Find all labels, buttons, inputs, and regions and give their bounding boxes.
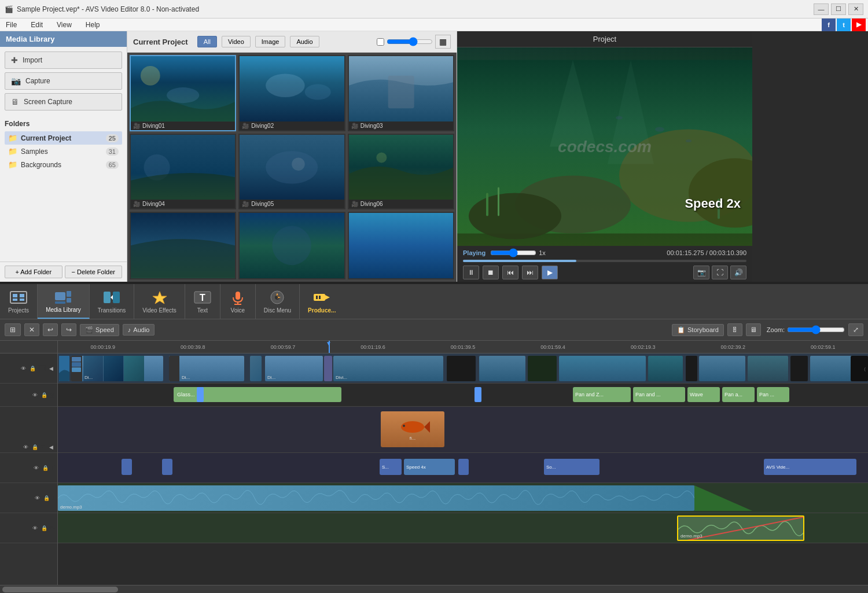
media-thumb-diving04[interactable]: 🎥 Diving04 [130,134,236,210]
effect-marker-2[interactable] [475,387,481,402]
audio-settings-button[interactable]: 🎚 [727,323,742,336]
media-thumb-diving08[interactable] [238,212,345,279]
add-folder-button[interactable]: + Add Folder [5,266,62,278]
display-button[interactable]: 🖥 [746,323,761,336]
effect-pan[interactable]: Pan and ... [633,387,685,402]
redo-button[interactable]: ↪ [61,323,76,336]
effect-wave[interactable]: Wave [687,387,720,402]
effect-pan-z[interactable]: Pan and Z... [573,387,631,402]
audio-button[interactable]: ♪ Audio [123,324,155,336]
media-thumb-diving02[interactable]: 🎥 Diving02 [238,55,345,131]
clip-black-3[interactable] [686,356,697,381]
audio2-clip-demo[interactable]: demo.mp3 [677,515,804,541]
effect-pan-a[interactable]: Pan a... [722,387,755,402]
tool-projects[interactable]: Projects [0,284,38,319]
storyboard-button[interactable]: 📋 Storyboard [672,324,724,336]
text-clip-small-3[interactable] [458,459,469,475]
clip-video-7[interactable] [648,356,683,381]
eye-icon-overlay[interactable]: 👁 [21,443,30,451]
speed-button[interactable]: 🎬 Speed [80,324,119,336]
tool-disc-menu[interactable]: Disc Menu [256,284,300,319]
eye-icon-video[interactable]: 👁 [19,364,27,373]
vol-icon-overlay[interactable]: ◀ [47,443,55,451]
effect-pan-2[interactable]: Pan ... [757,387,789,402]
clip-video-6[interactable] [559,356,646,381]
menu-edit[interactable]: Edit [27,20,46,30]
capture-button[interactable]: 📷 Capture [5,72,122,90]
undo-button[interactable]: ↩ [43,323,58,336]
clip-black-1[interactable] [447,356,476,381]
tool-produce[interactable]: Produce... [300,284,344,319]
filter-all-button[interactable]: All [197,36,217,47]
clip-video-divi[interactable]: Divi... [333,356,443,381]
eye-icon-effects[interactable]: 👁 [31,391,39,399]
tool-text[interactable]: T Text [185,284,220,319]
folder-current-project[interactable]: 📁 Current Project 25 [5,131,122,145]
facebook-icon[interactable]: f [822,19,836,31]
clip-black-5[interactable]: ( [851,356,868,381]
clip-video-5[interactable] [479,356,525,381]
clip-black-2[interactable] [528,356,557,381]
clip-video-3[interactable]: Di... [265,356,323,381]
text-clip-s[interactable]: S... [380,459,402,475]
text-clip-small-2[interactable] [162,459,172,475]
speed-slider[interactable] [490,248,536,257]
clip-video-8[interactable] [699,356,745,381]
audio-clip-demo[interactable]: /* waveform */ demo.mp3 [58,485,694,511]
screen-capture-button[interactable]: 🖥 Screen Capture [5,93,122,111]
close-tl-button[interactable]: ✕ [24,323,39,336]
eye-icon-audio1[interactable]: 👁 [33,494,41,502]
snapshot-button[interactable]: 📷 [693,266,709,279]
expand-timeline-button[interactable]: ⤢ [848,323,863,336]
prev-button[interactable]: ⏮ [502,266,518,279]
lock-icon-overlay[interactable]: 🔒 [31,443,39,451]
delete-folder-button[interactable]: − Delete Folder [65,266,123,278]
folder-samples[interactable]: 📁 Samples 31 [5,145,122,158]
filter-audio-button[interactable]: Audio [290,36,319,47]
clip-thumb-start[interactable] [59,356,69,381]
menu-view[interactable]: View [53,20,75,30]
eye-icon-text[interactable]: 👁 [32,464,40,472]
view-checkbox[interactable] [377,38,384,46]
select-tool-button[interactable]: ⊞ [5,323,21,336]
filter-image-button[interactable]: Image [255,36,286,47]
media-thumb-diving09[interactable] [348,212,454,279]
clip-transition[interactable] [250,356,262,381]
media-thumb-diving03[interactable]: 🎥 Diving03 [348,55,454,131]
clip-video-9[interactable] [748,356,788,381]
folder-backgrounds[interactable]: 📁 Backgrounds 65 [5,158,122,171]
scrollbar-thumb[interactable] [2,587,118,592]
tool-voice[interactable]: Voice [220,284,256,319]
text-clip-so[interactable]: So... [544,459,599,475]
tool-media-library[interactable]: Media Library [38,284,90,319]
menu-help[interactable]: Help [82,20,104,30]
zoom-slider[interactable] [787,325,845,334]
volume-button[interactable]: 🔊 [730,266,746,279]
eye-icon-audio2[interactable]: 👁 [31,524,39,532]
media-thumb-diving01[interactable]: 🎥 Diving01 [130,55,236,131]
lock-icon-audio2[interactable]: 🔒 [40,524,48,532]
clip-black-4[interactable] [790,356,808,381]
twitter-icon[interactable]: t [837,19,851,31]
size-slider[interactable] [387,37,433,46]
filter-video-button[interactable]: Video [222,36,251,47]
tool-video-effects[interactable]: Video Effects [134,284,185,319]
tool-transitions[interactable]: Transitions [90,284,135,319]
youtube-icon[interactable]: ▶ [852,19,866,31]
lock-icon-text[interactable]: 🔒 [41,464,49,472]
maximize-button[interactable]: ☐ [831,3,846,15]
clip-video-2[interactable]: Di... [169,356,244,381]
media-thumb-diving05[interactable]: 🎥 Diving05 [238,134,345,210]
lock-icon-effects[interactable]: 🔒 [40,391,48,399]
clip-video-10[interactable] [810,356,856,381]
clip-fish-overlay[interactable]: fi... [381,411,444,447]
fullscreen-button[interactable]: ⛶ [712,266,728,279]
effect-marker-1[interactable] [197,387,204,402]
text-clip-speed[interactable]: Speed 4x [404,459,455,475]
play-button[interactable]: ▶ [542,266,558,279]
minimize-button[interactable]: — [814,3,829,15]
text-clip-small-1[interactable] [122,459,132,475]
close-button[interactable]: ✕ [848,3,863,15]
pause-button[interactable]: ⏸ [463,266,479,279]
media-thumb-diving06[interactable]: 🎥 Diving06 [348,134,454,210]
